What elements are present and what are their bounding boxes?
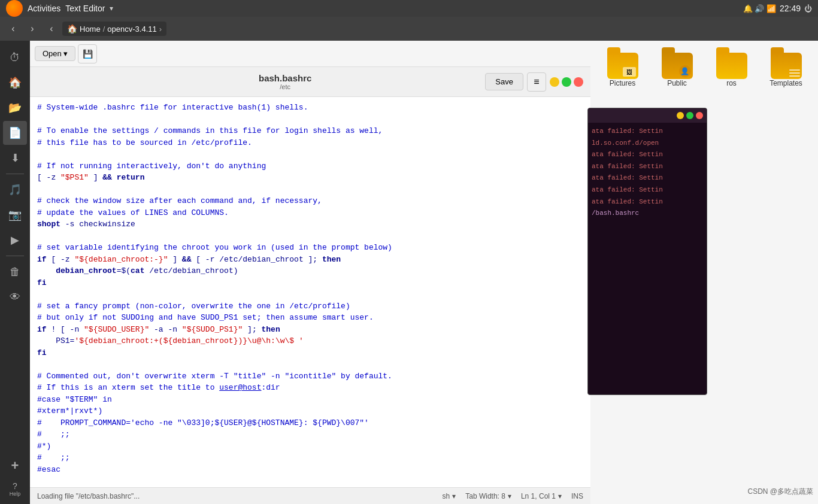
file-item-templates[interactable]: Templates — [761, 48, 811, 92]
editor-title-right: Save ≡ — [485, 72, 583, 92]
home-icon-nav: 🏠 — [67, 24, 77, 34]
cursor-pos-label: Ln 1, Col 1 — [521, 492, 556, 500]
code-line-6: # If not running interactively, don't do… — [30, 160, 590, 172]
language-dropdown[interactable]: ▾ — [452, 492, 456, 500]
power-icon: ⏻ — [804, 4, 812, 13]
tab-width-dropdown[interactable]: ▾ — [508, 492, 511, 500]
folder-public-icon: 👤 — [662, 53, 693, 79]
save-button[interactable]: Save — [485, 73, 523, 90]
code-line-26: #case "$TERM" in — [30, 394, 590, 406]
file-item-ros[interactable]: ros — [707, 48, 756, 92]
sidebar-bottom: + ? Help — [3, 454, 27, 504]
up-button[interactable]: ‹ — [43, 20, 60, 37]
public-label: Public — [667, 79, 687, 87]
sidebar-icon-files[interactable]: 📂 — [3, 96, 27, 120]
navbar: ‹ › ‹ 🏠 Home / opencv-3.4.11 › — [0, 17, 818, 41]
sidebar-icon-music[interactable]: 🎵 — [3, 178, 27, 202]
code-line-14: if [ -z "${debian_chroot:-}" ] && [ -r /… — [30, 254, 590, 266]
sidebar-icon-camera[interactable]: 📷 — [3, 203, 27, 227]
code-line-24: # Commented out, don't overwrite xterm -… — [30, 371, 590, 382]
sidebar-icon-help[interactable]: ? Help — [3, 479, 27, 499]
help-icon: ? — [13, 481, 17, 491]
code-line-7: [ -z "$PS1" ] && return — [30, 172, 590, 184]
maximize-button[interactable] — [562, 77, 571, 87]
loading-status: Loading file "/etc/bash.bashrc"... — [37, 492, 140, 500]
terminal-titlebar — [588, 108, 707, 123]
sidebar-icon-add[interactable]: + — [3, 454, 27, 478]
code-line-13: # set variable identifying the chroot yo… — [30, 242, 590, 254]
code-line-20: if ! [ -n "${SUDO_USER}" -a -n "${SUDO_P… — [30, 324, 590, 336]
term-close[interactable] — [696, 112, 703, 119]
close-button[interactable] — [574, 77, 583, 87]
code-line-3: # To enable the settings / commands in t… — [30, 125, 590, 137]
code-line-9: # check the window size after each comma… — [30, 195, 590, 207]
app-dropdown-icon[interactable]: ▾ — [110, 4, 113, 13]
pictures-label: Pictures — [610, 79, 635, 87]
open-button[interactable]: Save Open ▾ — [35, 46, 75, 61]
code-line-1: # System-wide .bashrc file for interacti… — [30, 102, 590, 114]
sidebar-icon-download[interactable]: ⬇ — [3, 146, 27, 170]
term-line-1: ata failed: Settin — [592, 126, 703, 137]
sidebar-icon-document[interactable]: 📄 — [3, 121, 27, 145]
save-to-button[interactable]: 💾 — [78, 44, 97, 63]
code-line-16: fi — [30, 277, 590, 289]
tab-width-selector[interactable]: Tab Width: 8 ▾ — [465, 492, 511, 500]
home-link[interactable]: Home — [80, 25, 101, 34]
breadcrumb: 🏠 Home / opencv-3.4.11 › — [62, 22, 166, 36]
code-line-19: # but only if not SUDOing and have SUDO_… — [30, 312, 590, 324]
folder-pictures-icon: 🖼 — [607, 53, 638, 79]
term-line-6: ata failed: Settin — [592, 185, 703, 196]
breadcrumb-sep: / — [103, 25, 105, 34]
language-selector[interactable]: sh ▾ — [443, 492, 456, 500]
sidebar-icon-privacy[interactable]: 👁 — [3, 285, 27, 309]
term-minimize[interactable] — [677, 112, 684, 119]
code-line-5 — [30, 148, 590, 160]
topbar-left: Activities Text Editor ▾ — [6, 0, 113, 17]
code-line-28: # PROMPT_COMMAND='echo -ne "\033]0;${USE… — [30, 417, 590, 429]
code-line-12 — [30, 230, 590, 242]
code-line-11: shopt -s checkwinsize — [30, 218, 590, 230]
cursor-position[interactable]: Ln 1, Col 1 ▾ — [521, 492, 562, 500]
watermark: CSDN @多吃点蔬菜 — [747, 487, 813, 497]
file-item-public[interactable]: 👤 Public — [652, 48, 702, 92]
sidebar-icon-home[interactable]: 🏠 — [3, 71, 27, 95]
forward-button[interactable]: › — [24, 20, 41, 37]
clock: 22:49 — [780, 4, 801, 13]
sidebar-divider-2 — [6, 256, 24, 256]
ins-mode: INS — [571, 492, 583, 500]
firefox-icon — [6, 0, 23, 17]
code-area[interactable]: # System-wide .bashrc file for interacti… — [30, 97, 590, 487]
term-line-2: ld.so.conf.d/open — [592, 138, 703, 149]
ros-label: ros — [726, 79, 737, 87]
minimize-button[interactable] — [550, 77, 559, 87]
code-line-33 — [30, 475, 590, 487]
folder-ros-icon — [716, 53, 747, 79]
editor-title-center: bash.bashrc /etc — [85, 73, 485, 90]
back-button[interactable]: ‹ — [5, 20, 22, 37]
code-line-23 — [30, 359, 590, 371]
editor-filename: bash.bashrc — [85, 73, 485, 83]
term-maximize[interactable] — [686, 112, 693, 119]
menu-button[interactable]: ≡ — [527, 72, 546, 92]
help-label: Help — [10, 491, 21, 497]
cursor-dropdown[interactable]: ▾ — [558, 492, 562, 500]
code-line-21: PS1='${debian_chroot:+(${debian_chroot})… — [30, 335, 590, 347]
breadcrumb-path[interactable]: opencv-3.4.11 — [107, 25, 156, 34]
app-name[interactable]: Text Editor — [65, 4, 105, 13]
code-line-2 — [30, 114, 590, 126]
code-line-15: debian_chroot=$(cat /etc/debian_chroot) — [30, 265, 590, 277]
terminal-content[interactable]: ata failed: Settin ld.so.conf.d/open ata… — [588, 123, 707, 394]
term-line-3: ata failed: Settin — [592, 150, 703, 160]
language-label: sh — [443, 492, 450, 500]
file-item-pictures[interactable]: 🖼 Pictures — [598, 48, 647, 92]
terminal-panel: ata failed: Settin ld.so.conf.d/open ata… — [587, 108, 707, 395]
activities-label[interactable]: Activities — [28, 4, 60, 13]
folder-templates-icon — [771, 53, 802, 79]
system-icons: 🔔 🔊 📶 — [743, 4, 776, 13]
editor-toolbar: Save Open ▾ 💾 — [30, 41, 590, 67]
sidebar-icon-clock[interactable]: ⏱ — [3, 45, 27, 69]
sidebar-icon-video[interactable]: ▶ — [3, 228, 27, 252]
sidebar-icon-trash[interactable]: 🗑 — [3, 260, 27, 284]
editor-titlebar: bash.bashrc /etc Save ≡ — [30, 67, 590, 97]
code-line-17 — [30, 289, 590, 300]
